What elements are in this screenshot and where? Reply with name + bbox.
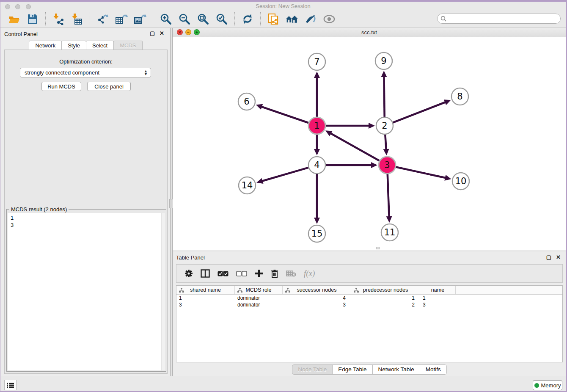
cell-predecessor-nodes[interactable]: 1 xyxy=(351,295,420,301)
column-header-shared-name[interactable]: shared name xyxy=(176,286,235,294)
tab-style[interactable]: Style xyxy=(61,41,86,50)
export-table-icon[interactable] xyxy=(115,13,128,25)
network-edge-3-1[interactable] xyxy=(330,133,380,161)
split-resize-handle[interactable] xyxy=(376,247,380,249)
network-edge-2-3[interactable] xyxy=(385,134,386,150)
import-table-icon[interactable] xyxy=(71,13,83,25)
add-column-icon[interactable] xyxy=(255,269,263,278)
export-image-icon[interactable] xyxy=(134,13,146,25)
toolbar-separator xyxy=(234,12,235,26)
column-type-icon xyxy=(354,288,359,294)
cell-mcds-role[interactable]: dominator xyxy=(235,301,283,308)
zoom-selected-icon[interactable] xyxy=(215,13,228,25)
network-node-label: 7 xyxy=(314,57,319,67)
cell-name[interactable]: 1 xyxy=(420,295,456,301)
cell-successor-nodes[interactable]: 3 xyxy=(283,301,351,308)
cell-predecessor-nodes[interactable]: 2 xyxy=(351,301,420,308)
table-tabs: Node Table Edge Table Network Table Moti… xyxy=(173,364,566,375)
tab-node-table[interactable]: Node Table xyxy=(292,364,333,375)
tab-edge-table[interactable]: Edge Table xyxy=(332,364,372,375)
table-row[interactable]: 1 dominator 4 1 1 xyxy=(176,295,562,301)
tab-motifs[interactable]: Motifs xyxy=(420,364,447,375)
edge-arrowhead-icon xyxy=(314,72,320,78)
network-edge-2-8[interactable] xyxy=(393,102,446,123)
show-graphics-details-icon[interactable] xyxy=(323,13,336,25)
refresh-layout-icon[interactable] xyxy=(241,13,254,25)
table-row[interactable]: 3 dominator 3 2 3 xyxy=(176,301,562,308)
table-toolbar: f(x) xyxy=(176,264,563,283)
memory-label: Memory xyxy=(541,382,561,389)
function-builder-icon: f(x) xyxy=(304,269,315,278)
tab-network[interactable]: Network xyxy=(29,41,62,50)
mcds-result-item: 1 xyxy=(8,213,165,221)
column-header-mcds-role[interactable]: MCDS role xyxy=(235,286,283,294)
zoom-out-icon[interactable] xyxy=(178,13,191,25)
run-mcds-button[interactable]: Run MCDS xyxy=(41,82,81,91)
delete-column-icon[interactable] xyxy=(271,269,278,278)
close-table-panel-icon[interactable]: ✕ xyxy=(556,254,561,260)
cell-successor-nodes[interactable]: 4 xyxy=(283,295,351,301)
status-bar: Memory xyxy=(0,377,566,391)
float-table-panel-icon[interactable]: ▢ xyxy=(546,254,551,260)
column-header-successor-nodes[interactable]: successor nodes xyxy=(283,286,351,294)
tab-mcds[interactable]: MCDS xyxy=(113,41,142,50)
zoom-fit-icon[interactable] xyxy=(197,13,209,25)
cell-shared-name[interactable]: 3 xyxy=(176,301,235,308)
hide-graphics-details-icon[interactable] xyxy=(304,13,317,25)
cell-shared-name[interactable]: 1 xyxy=(176,295,235,301)
select-all-icon[interactable] xyxy=(217,271,228,276)
cell-mcds-role[interactable]: dominator xyxy=(235,295,283,301)
column-header-name[interactable]: name xyxy=(420,286,456,294)
task-history-button[interactable] xyxy=(4,380,17,390)
app-titlebar: Session: New Session xyxy=(0,2,566,10)
control-panel-tabs: Network Style Select MCDS xyxy=(1,41,170,50)
network-canvas[interactable]: 1234678910111415 xyxy=(173,37,566,250)
network-node-label: 11 xyxy=(384,227,396,237)
import-network-icon[interactable] xyxy=(52,13,65,25)
network-edge-4-14[interactable] xyxy=(262,168,309,181)
result-scrollbar[interactable] xyxy=(161,213,165,370)
edge-arrowhead-icon xyxy=(314,149,320,155)
split-panel-icon[interactable] xyxy=(201,269,210,278)
network-node-label: 14 xyxy=(242,180,253,190)
close-panel-icon[interactable]: ✕ xyxy=(160,30,164,36)
column-type-icon xyxy=(179,288,184,294)
network-node-label: 15 xyxy=(311,229,323,239)
memory-button[interactable]: Memory xyxy=(533,380,562,390)
network-edge-1-6[interactable] xyxy=(261,107,309,123)
column-header-predecessor-nodes[interactable]: predecessor nodes xyxy=(351,286,420,294)
search-input[interactable] xyxy=(437,14,561,24)
network-edge-2-9[interactable] xyxy=(384,76,384,117)
cell-name[interactable]: 3 xyxy=(420,301,456,308)
close-panel-button[interactable]: Close panel xyxy=(87,82,131,91)
search-field-wrap xyxy=(437,14,561,24)
save-session-icon[interactable] xyxy=(26,13,39,25)
zoom-in-icon[interactable] xyxy=(160,13,172,25)
open-session-icon[interactable] xyxy=(8,13,20,25)
network-edge-3-10[interactable] xyxy=(396,167,446,178)
table-panel: Table Panel ▢ ✕ f(x) shared name xyxy=(173,252,566,376)
criterion-select[interactable]: strongly connected component ▲▼ xyxy=(20,68,151,77)
edge-arrowhead-icon xyxy=(383,149,389,155)
tab-network-table[interactable]: Network Table xyxy=(372,364,420,375)
network-edge-3-11[interactable] xyxy=(388,174,389,217)
control-panel: Control Panel ▢ ✕ Network Style Select M… xyxy=(1,28,170,376)
settings-icon[interactable] xyxy=(184,269,193,278)
edge-arrowhead-icon xyxy=(381,71,387,77)
tab-select[interactable]: Select xyxy=(86,41,114,50)
column-label: MCDS role xyxy=(245,287,271,293)
network-graph[interactable]: 1234678910111415 xyxy=(173,37,566,250)
unselect-all-icon[interactable] xyxy=(236,271,247,276)
network-node-label: 8 xyxy=(457,91,462,102)
network-node-label: 9 xyxy=(381,56,386,66)
node-table[interactable]: shared name MCDS role successor nodes pr… xyxy=(176,285,563,362)
float-panel-icon[interactable]: ▢ xyxy=(150,30,155,36)
duplicate-network-icon[interactable] xyxy=(267,13,280,25)
column-type-icon xyxy=(285,288,290,294)
mcds-result-title: MCDS result (2 nodes) xyxy=(9,206,69,213)
network-node-label: 4 xyxy=(314,160,319,170)
column-label: predecessor nodes xyxy=(363,287,408,293)
mcds-result-list[interactable]: 1 3 xyxy=(8,213,165,370)
home-icon[interactable] xyxy=(286,13,298,25)
export-network-icon[interactable] xyxy=(96,13,109,25)
